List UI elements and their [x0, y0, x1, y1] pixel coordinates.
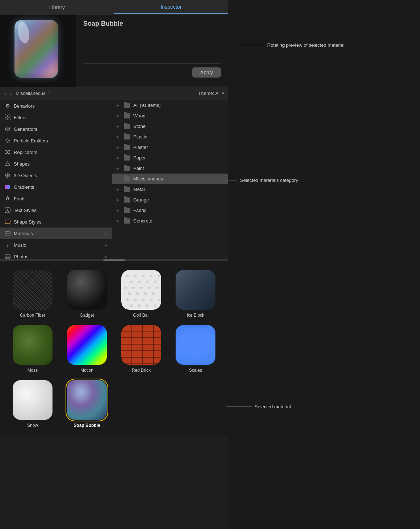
- category-plastic[interactable]: ▶ Plastic: [112, 132, 228, 142]
- material-golf-ball[interactable]: Golf Ball: [114, 266, 168, 321]
- material-moss[interactable]: Moss: [5, 321, 60, 376]
- motion-thumbnail: [67, 325, 107, 365]
- preview-title: Soap Bubble: [83, 20, 221, 28]
- category-paper[interactable]: ▶ Paper: [112, 153, 228, 163]
- folder-icon: [124, 113, 130, 118]
- tab-inspector[interactable]: Inspector: [114, 0, 228, 14]
- svg-rect-18: [5, 185, 10, 189]
- category-all[interactable]: ▶ All (91 items): [112, 100, 228, 111]
- moss-label: Moss: [28, 368, 38, 373]
- replicators-icon: [4, 149, 11, 155]
- materials-grid: Carbon Fiber Gadget Golf Ball Ice Block …: [0, 261, 228, 437]
- sidebar-item-text-styles[interactable]: A Text Styles: [0, 204, 112, 216]
- category-miscellaneous[interactable]: ▶ Miscellaneous: [112, 174, 228, 184]
- sidebar-item-music[interactable]: ♪ Music ▶: [0, 239, 112, 251]
- preview-controls: Apply: [83, 67, 221, 81]
- svg-point-10: [5, 153, 7, 154]
- material-snow[interactable]: Snow: [5, 376, 60, 432]
- svg-marker-25: [5, 256, 10, 258]
- svg-rect-0: [5, 115, 7, 117]
- nav-location[interactable]: Miscellaneous ⌃: [16, 91, 50, 96]
- fonts-icon: A: [4, 195, 11, 202]
- sidebar-item-particle-emitters[interactable]: Particle Emitters: [0, 135, 112, 146]
- category-panel: ▶ All (91 items) ▶ Wood ▶ Stone ▶ Plasti…: [112, 100, 228, 259]
- folder-icon: [124, 103, 130, 108]
- sidebar-item-materials[interactable]: Materials ▶: [0, 228, 112, 239]
- svg-point-9: [8, 150, 10, 151]
- golf-ball-label: Golf Ball: [133, 313, 149, 318]
- sidebar-item-3d-objects[interactable]: 3D Objects: [0, 170, 112, 181]
- category-concrete[interactable]: ▶ Concrete: [112, 216, 228, 226]
- gadget-thumbnail: [67, 270, 107, 310]
- ice-block-thumbnail: [176, 270, 215, 310]
- folder-icon: [124, 197, 130, 203]
- behaviors-icon: ⚙: [4, 103, 11, 109]
- sidebar: ⚙ Behaviors Filters: [0, 100, 112, 259]
- preview-area: Soap Bubble Apply: [0, 14, 228, 87]
- sidebar-item-fonts[interactable]: A Fonts: [0, 193, 112, 204]
- material-soap-bubble[interactable]: Soap Bubble: [60, 376, 114, 432]
- shape-styles-icon: [4, 218, 11, 225]
- material-red-brick[interactable]: Red Brick: [114, 321, 168, 376]
- category-metal[interactable]: ▶ Metal: [112, 184, 228, 195]
- red-brick-label: Red Brick: [132, 368, 151, 373]
- gadget-label: Gadget: [80, 313, 94, 318]
- sidebar-item-replicators[interactable]: Replicators: [0, 146, 112, 158]
- material-carbon-fiber[interactable]: Carbon Fiber: [5, 266, 60, 321]
- shapes-icon: [4, 161, 11, 167]
- material-motion[interactable]: Motion: [60, 321, 114, 376]
- sidebar-item-gradients[interactable]: Gradients: [0, 181, 112, 193]
- material-gadget[interactable]: Gadget: [60, 266, 114, 321]
- annotation-selected-material: Selected material: [226, 404, 291, 409]
- category-wood[interactable]: ▶ Wood: [112, 111, 228, 121]
- svg-rect-2: [5, 118, 7, 120]
- sidebar-item-shape-styles[interactable]: Shape Styles: [0, 216, 112, 228]
- sidebar-item-filters[interactable]: Filters: [0, 112, 112, 123]
- folder-icon: [124, 155, 130, 161]
- category-plaster[interactable]: ▶ Plaster: [112, 142, 228, 153]
- gradients-icon: [4, 184, 11, 190]
- carbon-fiber-label: Carbon Fiber: [20, 313, 45, 318]
- annotation-text-rotating-preview: Rotating preview of selected material: [267, 42, 344, 49]
- filters-icon: [4, 114, 11, 121]
- nav-forward-button[interactable]: ›: [9, 91, 13, 96]
- motion-label: Motion: [80, 368, 93, 373]
- annotation-line-2: [226, 180, 237, 180]
- music-expand-arrow: ▶: [105, 243, 108, 247]
- folder-icon: [124, 145, 130, 150]
- theme-filter[interactable]: Theme: All ▾: [198, 91, 224, 96]
- moss-thumbnail: [13, 325, 52, 365]
- red-brick-thumbnail: [121, 325, 161, 365]
- category-fabric[interactable]: ▶ Fabric: [112, 205, 228, 216]
- nav-back-button[interactable]: ‹: [4, 91, 8, 96]
- soap-bubble-preview: [14, 20, 62, 82]
- material-scales[interactable]: Scales: [168, 321, 223, 376]
- annotation-rotating-preview: Rotating preview of selected material: [235, 42, 344, 49]
- snow-thumbnail: [13, 380, 52, 420]
- sidebar-item-behaviors[interactable]: ⚙ Behaviors: [0, 100, 112, 112]
- apply-button[interactable]: Apply: [192, 67, 221, 78]
- preview-info: Soap Bubble Apply: [76, 14, 228, 87]
- sidebar-item-shapes[interactable]: Shapes: [0, 158, 112, 170]
- sidebar-item-photos[interactable]: Photos ▶: [0, 251, 112, 259]
- svg-point-7: [7, 140, 8, 141]
- scales-thumbnail: [176, 325, 215, 365]
- folder-icon: [124, 166, 130, 171]
- theme-chevron-icon: ▾: [222, 91, 224, 96]
- category-stone[interactable]: ▶ Stone: [112, 121, 228, 132]
- text-styles-icon: A: [4, 207, 11, 213]
- category-grunge[interactable]: ▶ Grunge: [112, 195, 228, 205]
- svg-marker-13: [5, 162, 10, 166]
- main-panel: Library Inspector Soap Bubble Apply ‹ ›: [0, 0, 228, 529]
- folder-icon: [124, 134, 130, 139]
- svg-point-12: [7, 151, 8, 153]
- annotation-selected-category: Selected materials category: [226, 178, 298, 183]
- tab-library[interactable]: Library: [0, 0, 114, 14]
- soap-bubble-shape: [14, 20, 58, 78]
- sidebar-item-generators[interactable]: ② Generators: [0, 123, 112, 135]
- tab-bar: Library Inspector: [0, 0, 228, 14]
- category-paint[interactable]: ▶ Paint: [112, 163, 228, 174]
- svg-text:②: ②: [6, 128, 9, 131]
- svg-point-8: [5, 150, 7, 151]
- material-ice-block[interactable]: Ice Block: [168, 266, 223, 321]
